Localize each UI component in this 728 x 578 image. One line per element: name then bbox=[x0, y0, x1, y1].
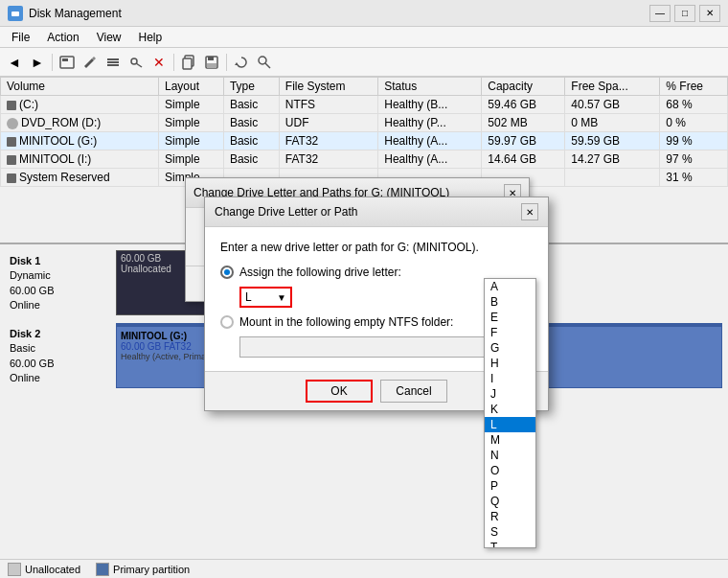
toolbar-separator-3 bbox=[226, 54, 227, 71]
back-button[interactable]: ◄ bbox=[4, 52, 25, 73]
col-type: Type bbox=[223, 78, 279, 96]
copy-icon[interactable] bbox=[178, 52, 199, 73]
col-filesystem: File System bbox=[279, 78, 377, 96]
close-button[interactable]: ✕ bbox=[699, 5, 720, 22]
selected-letter: L bbox=[245, 290, 252, 304]
radio-assign-label: Assign the following drive letter: bbox=[239, 266, 401, 279]
legend-unallocated-label: Unallocated bbox=[25, 564, 80, 575]
dropdown-item-M[interactable]: M bbox=[485, 432, 535, 448]
forward-button[interactable]: ► bbox=[27, 52, 48, 73]
volume-table: Volume Layout Type File System Status Ca… bbox=[0, 77, 728, 187]
svg-rect-5 bbox=[107, 61, 119, 63]
save-icon[interactable] bbox=[201, 52, 222, 73]
menu-help[interactable]: Help bbox=[131, 29, 171, 46]
legend-primary-box bbox=[96, 563, 109, 576]
menu-view[interactable]: View bbox=[89, 29, 129, 46]
window-controls[interactable]: — □ ✕ bbox=[649, 5, 720, 22]
col-percentfree: % Free bbox=[660, 78, 728, 96]
menu-action[interactable]: Action bbox=[39, 29, 86, 46]
menu-bar: File Action View Help bbox=[0, 27, 728, 48]
dropdown-scroll-area: A B E F G H I J K L M N O P Q R S T U V … bbox=[485, 279, 535, 547]
toolbar-separator-2 bbox=[173, 54, 174, 71]
disk2-label: Disk 2 Basic 60.00 GB Online bbox=[6, 323, 116, 388]
dropdown-item-I[interactable]: I bbox=[485, 371, 535, 386]
refresh-icon[interactable] bbox=[231, 52, 252, 73]
edit-icon[interactable] bbox=[80, 52, 101, 73]
window-title: Disk Management bbox=[29, 7, 122, 20]
radio-assign-row[interactable]: Assign the following drive letter: bbox=[220, 266, 533, 279]
dropdown-item-P[interactable]: P bbox=[485, 478, 535, 494]
dropdown-item-R[interactable]: R bbox=[485, 509, 535, 524]
svg-rect-2 bbox=[60, 57, 74, 68]
dialog-main-ok[interactable]: OK bbox=[306, 380, 373, 403]
dialog-main-cancel[interactable]: Cancel bbox=[380, 380, 447, 403]
svg-rect-6 bbox=[107, 64, 119, 66]
svg-rect-11 bbox=[208, 57, 214, 60]
search-icon[interactable] bbox=[254, 52, 275, 73]
maximize-button[interactable]: □ bbox=[674, 5, 695, 22]
legend-unallocated-box bbox=[8, 563, 21, 576]
title-bar: Disk Management — □ ✕ bbox=[0, 0, 728, 27]
letter-dropdown-list: A B E F G H I J K L M N O P Q R S T U V … bbox=[484, 278, 536, 548]
svg-rect-12 bbox=[207, 63, 216, 68]
status-bar: Unallocated Primary partition bbox=[0, 559, 728, 578]
table-row[interactable]: MINITOOL (I:) Simple Basic FAT32 Healthy… bbox=[1, 150, 728, 169]
dialog-main-title-text: Change Drive Letter or Path bbox=[215, 205, 357, 219]
menu-file[interactable]: File bbox=[4, 29, 37, 46]
dropdown-item-K[interactable]: K bbox=[485, 402, 535, 417]
radio-mount[interactable] bbox=[220, 315, 234, 329]
svg-marker-13 bbox=[235, 62, 239, 65]
table-row[interactable]: DVD_ROM (D:) Simple Basic UDF Healthy (P… bbox=[1, 114, 728, 132]
svg-rect-1 bbox=[11, 12, 19, 16]
dropdown-item-B[interactable]: B bbox=[485, 294, 535, 310]
legend-primary: Primary partition bbox=[96, 563, 190, 576]
app-icon bbox=[8, 6, 23, 21]
radio-assign[interactable] bbox=[220, 266, 234, 279]
dropdown-item-E[interactable]: E bbox=[485, 310, 535, 325]
svg-point-14 bbox=[259, 57, 266, 64]
dialog-description: Enter a new drive letter or path for G: … bbox=[220, 241, 533, 254]
dropdown-item-G[interactable]: G bbox=[485, 340, 535, 356]
minimize-button[interactable]: — bbox=[649, 5, 671, 22]
table-row[interactable]: MINITOOL (G:) Simple Basic FAT32 Healthy… bbox=[1, 132, 728, 150]
dropdown-item-O[interactable]: O bbox=[485, 463, 535, 478]
folder-path-input[interactable] bbox=[239, 336, 485, 358]
svg-rect-9 bbox=[183, 58, 192, 69]
col-volume: Volume bbox=[1, 78, 159, 96]
toolbar: ◄ ► ✕ bbox=[0, 48, 728, 77]
legend-unallocated: Unallocated bbox=[8, 563, 80, 576]
disk-icon[interactable] bbox=[57, 52, 78, 73]
svg-rect-3 bbox=[62, 58, 68, 61]
toolbar-separator-1 bbox=[52, 54, 53, 71]
dropdown-item-Q[interactable]: Q bbox=[485, 494, 535, 509]
dropdown-arrow: ▼ bbox=[277, 292, 286, 303]
col-layout: Layout bbox=[159, 78, 224, 96]
col-freespace: Free Spa... bbox=[565, 78, 660, 96]
dropdown-item-A[interactable]: A bbox=[485, 279, 535, 294]
disk1-label: Disk 1 Dynamic 60.00 GB Online bbox=[6, 250, 116, 315]
letter-dropdown[interactable]: L ▼ bbox=[239, 287, 292, 308]
col-status: Status bbox=[378, 78, 482, 96]
svg-rect-4 bbox=[107, 58, 119, 60]
dropdown-item-F[interactable]: F bbox=[485, 325, 535, 340]
key-icon[interactable] bbox=[125, 52, 147, 73]
table-row[interactable]: (C:) Simple Basic NTFS Healthy (B... 59.… bbox=[1, 96, 728, 114]
list-icon[interactable] bbox=[102, 52, 124, 73]
svg-line-15 bbox=[265, 63, 270, 68]
legend-primary-label: Primary partition bbox=[113, 564, 190, 575]
dropdown-item-H[interactable]: H bbox=[485, 356, 535, 371]
radio-mount-label: Mount in the following empty NTFS folder… bbox=[239, 315, 453, 329]
col-capacity: Capacity bbox=[482, 78, 565, 96]
dialog-main-title: Change Drive Letter or Path ✕ bbox=[205, 197, 548, 227]
dropdown-item-N[interactable]: N bbox=[485, 448, 535, 463]
dropdown-item-J[interactable]: J bbox=[485, 386, 535, 402]
dropdown-item-L[interactable]: L bbox=[485, 417, 535, 432]
dropdown-item-S[interactable]: S bbox=[485, 524, 535, 540]
dialog-main-close[interactable]: ✕ bbox=[521, 203, 538, 220]
dropdown-item-T[interactable]: T bbox=[485, 540, 535, 547]
delete-icon[interactable]: ✕ bbox=[148, 52, 170, 73]
